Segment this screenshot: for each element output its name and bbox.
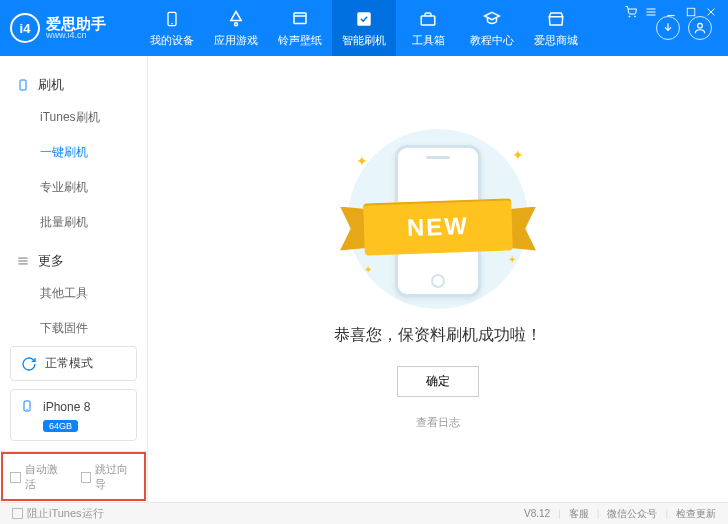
nav-label: 教程中心: [470, 33, 514, 48]
phone-icon: [21, 398, 35, 416]
nav-flash[interactable]: 智能刷机: [332, 0, 396, 56]
nav-tutorial[interactable]: 教程中心: [460, 0, 524, 56]
main-content: ✦ ✦ ✦ ✦ NEW 恭喜您，保资料刷机成功啦！ 确定 查看日志: [148, 56, 728, 502]
svg-rect-6: [687, 8, 695, 16]
device-box[interactable]: iPhone 8 64GB: [10, 389, 137, 441]
update-link[interactable]: 检查更新: [676, 507, 716, 521]
checkbox-icon: [10, 472, 21, 483]
svg-rect-16: [20, 80, 26, 90]
sidebar: 刷机 iTunes刷机 一键刷机 专业刷机 批量刷机 更多 其他工具 下载固件 …: [0, 56, 148, 502]
user-button[interactable]: [688, 16, 712, 40]
sidebar-item-itunes[interactable]: iTunes刷机: [0, 100, 147, 135]
nav-store[interactable]: 爱思商城: [524, 0, 588, 56]
logo[interactable]: i4 爱思助手 www.i4.cn: [10, 13, 140, 43]
ribbon-label: NEW: [363, 198, 513, 255]
close-icon[interactable]: [704, 5, 718, 19]
maximize-icon[interactable]: [684, 5, 698, 19]
toolbox-icon: [418, 9, 438, 29]
nav-label: 智能刷机: [342, 33, 386, 48]
svg-point-11: [235, 22, 238, 25]
support-link[interactable]: 客服: [569, 507, 589, 521]
storage-badge: 64GB: [43, 420, 78, 432]
group-title: 刷机: [38, 76, 64, 94]
nav-label: 工具箱: [412, 33, 445, 48]
device-name: iPhone 8: [43, 400, 90, 414]
menu-icon[interactable]: [644, 5, 658, 19]
statusbar: 阻止iTunes运行 V8.12 | 客服 | 微信公众号 | 检查更新: [0, 502, 728, 524]
mode-label: 正常模式: [45, 355, 93, 372]
version-label: V8.12: [524, 508, 550, 519]
sidebar-item-other[interactable]: 其他工具: [0, 276, 147, 311]
sidebar-item-oneclick[interactable]: 一键刷机: [0, 135, 147, 170]
mode-box[interactable]: 正常模式: [10, 346, 137, 381]
nav-toolbox[interactable]: 工具箱: [396, 0, 460, 56]
sidebar-item-pro[interactable]: 专业刷机: [0, 170, 147, 205]
sidebar-group-flash[interactable]: 刷机: [0, 70, 147, 100]
refresh-icon: [21, 356, 37, 372]
ok-button[interactable]: 确定: [397, 366, 479, 397]
nav-label: 铃声壁纸: [278, 33, 322, 48]
phone-icon: [162, 9, 182, 29]
check-label: 自动激活: [25, 462, 67, 492]
success-illustration: ✦ ✦ ✦ ✦ NEW: [338, 129, 538, 309]
check-label: 跳过向导: [95, 462, 137, 492]
minimize-icon[interactable]: [664, 5, 678, 19]
svg-point-15: [698, 23, 703, 28]
logo-icon: i4: [10, 13, 40, 43]
bottom-options: 自动激活 跳过向导: [0, 451, 147, 502]
phone-icon: [16, 78, 30, 92]
view-log-link[interactable]: 查看日志: [416, 415, 460, 430]
svg-rect-12: [294, 13, 306, 24]
nav-label: 我的设备: [150, 33, 194, 48]
checkbox-block-itunes[interactable]: 阻止iTunes运行: [12, 506, 104, 521]
svg-rect-13: [357, 12, 371, 26]
checkbox-icon: [81, 472, 92, 483]
sidebar-item-batch[interactable]: 批量刷机: [0, 205, 147, 240]
success-title: 恭喜您，保资料刷机成功啦！: [334, 325, 542, 346]
logo-url: www.i4.cn: [46, 31, 106, 40]
ringtone-icon: [290, 9, 310, 29]
wechat-link[interactable]: 微信公众号: [607, 507, 657, 521]
menu-icon: [16, 254, 30, 268]
sidebar-group-more[interactable]: 更多: [0, 246, 147, 276]
store-icon: [546, 9, 566, 29]
group-title: 更多: [38, 252, 64, 270]
flash-icon: [354, 9, 374, 29]
nav-my-device[interactable]: 我的设备: [140, 0, 204, 56]
apps-icon: [226, 9, 246, 29]
svg-point-0: [629, 16, 630, 17]
nav-ringtone[interactable]: 铃声壁纸: [268, 0, 332, 56]
nav-apps[interactable]: 应用游戏: [204, 0, 268, 56]
download-button[interactable]: [656, 16, 680, 40]
checkbox-skip-guide[interactable]: 跳过向导: [81, 462, 138, 492]
svg-rect-14: [421, 16, 435, 25]
status-label: 阻止iTunes运行: [27, 506, 104, 521]
checkbox-icon: [12, 508, 23, 519]
cart-icon[interactable]: [624, 5, 638, 19]
app-header: i4 爱思助手 www.i4.cn 我的设备 应用游戏 铃声壁纸 智能刷机 工具…: [0, 0, 728, 56]
nav-label: 应用游戏: [214, 33, 258, 48]
logo-title: 爱思助手: [46, 16, 106, 31]
tutorial-icon: [482, 9, 502, 29]
checkbox-auto-activate[interactable]: 自动激活: [10, 462, 67, 492]
nav-label: 爱思商城: [534, 33, 578, 48]
top-nav: 我的设备 应用游戏 铃声壁纸 智能刷机 工具箱 教程中心 爱思商城: [140, 0, 656, 56]
sidebar-item-download[interactable]: 下载固件: [0, 311, 147, 338]
svg-point-1: [635, 16, 636, 17]
